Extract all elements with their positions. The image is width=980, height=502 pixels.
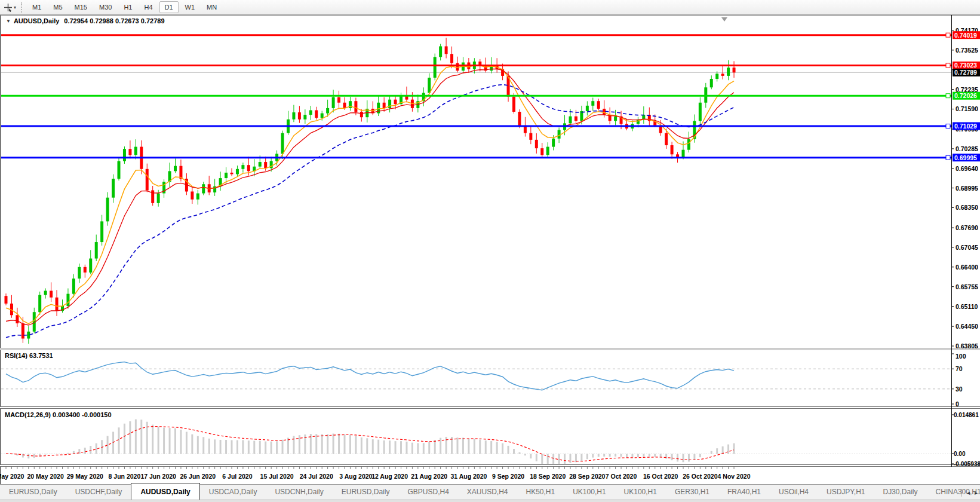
tab-uk100-h1[interactable]: UK100,H1 (615, 485, 666, 500)
chart-tab-bar: EURUSD,DailyUSDCHF,DailyAUDUSD,DailyUSDC… (0, 484, 980, 500)
date-label: 26 Jun 2020 (180, 473, 216, 480)
candle-up (292, 112, 295, 120)
ma-slow-line (6, 85, 734, 338)
candle-down (191, 191, 193, 199)
candle-down (575, 117, 577, 121)
tab-xauusd-h4[interactable]: XAUUSD,H4 (458, 485, 517, 500)
candle-up (591, 101, 594, 106)
candle-down (671, 145, 674, 154)
candle-up (546, 147, 549, 155)
rsi-line (6, 362, 734, 390)
date-label: 17 Jun 2020 (140, 473, 176, 480)
candle-up (569, 117, 572, 124)
timeframe-d1-button[interactable]: D1 (159, 1, 179, 13)
tab-usdjpy-h1[interactable]: USDJPY,H1 (818, 485, 874, 500)
candle-up (118, 161, 121, 179)
price-tick-label: 0.73525 (956, 47, 978, 54)
candle-up (66, 294, 69, 306)
price-tick-label: 0.71590 (956, 105, 978, 112)
candle-up (727, 68, 730, 76)
level-price-flag-text: 0.72026 (954, 92, 977, 99)
timeframe-m30-button[interactable]: M30 (94, 1, 117, 13)
candle-up (236, 169, 239, 175)
candle-down (540, 148, 543, 155)
rsi-panel: 10070300 (1, 353, 966, 408)
date-label: 21 Aug 2020 (411, 473, 447, 480)
tab-scroll-right-icon[interactable]: ▸ (975, 489, 978, 496)
candle-down (146, 169, 149, 191)
tab-ger30-h1[interactable]: GER30,H1 (666, 485, 718, 500)
macd-tick-label: 0.014861 (954, 412, 979, 418)
timeframe-m1-button[interactable]: M1 (27, 1, 47, 13)
candle-up (332, 97, 335, 108)
date-label: 4 Nov 2020 (718, 473, 751, 480)
tab-usoil-h4[interactable]: USOil,H4 (770, 485, 818, 500)
rsi-tick-label: 70 (956, 365, 963, 372)
chart-cursor-tool-button[interactable]: ▾ (0, 2, 19, 13)
candle-up (281, 133, 284, 154)
price-tick-label: 0.69640 (956, 165, 978, 172)
price-axis: 0.741700.735250.728800.722350.715900.709… (946, 15, 980, 467)
tab-hk50-h1[interactable]: HK50,H1 (517, 485, 564, 500)
candle-up (710, 79, 713, 87)
date-label: 29 May 2020 (67, 473, 103, 480)
tab-scroll-arrows: ◂▸ (961, 485, 978, 500)
timeframe-m15-button[interactable]: M15 (69, 1, 93, 13)
chart-dropdown-icon[interactable]: ▼ (6, 19, 11, 24)
tab-uk100-h1[interactable]: UK100,H1 (564, 485, 615, 500)
candle-up (326, 108, 329, 114)
candle-up (44, 291, 47, 295)
timeframe-w1-button[interactable]: W1 (180, 1, 201, 13)
tab-dj30-daily[interactable]: DJ30,Daily (874, 485, 927, 500)
level-line-handle[interactable] (946, 124, 950, 128)
tab-eurusd-daily[interactable]: EURUSD,Daily (333, 485, 399, 500)
chart-title: ▼AUDUSD,Daily0.72954 0.72988 0.72673 0.7… (6, 17, 165, 25)
candle-down (383, 103, 386, 108)
candle-down (21, 323, 24, 338)
candle-down (535, 140, 538, 148)
tab-fra40-h1[interactable]: FRA40,H1 (718, 485, 770, 500)
level-lines (1, 35, 951, 158)
tab-scroll-left-icon[interactable]: ◂ (967, 489, 970, 496)
tab-audusd-daily[interactable]: AUDUSD,Daily (131, 483, 199, 500)
tab-eurusd-daily[interactable]: EURUSD,Daily (0, 485, 66, 500)
candle-up (95, 242, 98, 259)
level-line-handle[interactable] (946, 33, 950, 37)
candle-up (687, 139, 690, 150)
candle-up (682, 150, 685, 158)
price-tick-label: 0.67045 (956, 244, 978, 251)
price-tick-label: 0.65755 (956, 283, 978, 290)
tab-gbpusd-h4[interactable]: GBPUSD,H4 (398, 485, 457, 500)
date-label: 9 Sep 2020 (492, 473, 524, 480)
candle-up (27, 332, 30, 339)
toolbar-grip[interactable] (21, 2, 23, 13)
timeframe-m5-button[interactable]: M5 (48, 1, 67, 13)
timeframe-mn-button[interactable]: MN (201, 1, 222, 13)
tab-usdcad-daily[interactable]: USDCAD,Daily (200, 485, 266, 500)
level-line-handle[interactable] (946, 63, 950, 68)
level-line-handle[interactable] (946, 94, 950, 98)
candle-down (179, 166, 182, 179)
candle-up (100, 221, 103, 242)
candle-up (174, 166, 177, 172)
candle-down (343, 103, 346, 108)
candle-up (112, 179, 115, 198)
date-axis: 11 May 202020 May 202029 May 20208 Jun 2… (0, 467, 751, 480)
candle-up (428, 78, 431, 93)
date-label: 24 Jul 2020 (300, 473, 333, 480)
timeframe-buttons: M1M5M15M30H1H4D1W1MN (27, 1, 222, 13)
timeframe-h1-button[interactable]: H1 (118, 1, 137, 13)
price-tick-label: 0.67690 (956, 224, 978, 231)
candle-down (665, 133, 668, 145)
candle-up (241, 165, 244, 169)
tab-usdchf-daily[interactable]: USDCHF,Daily (66, 485, 131, 500)
level-line-handle[interactable] (946, 155, 950, 160)
tab-usdcnh-daily[interactable]: USDCNH,Daily (266, 485, 332, 500)
chart-canvas[interactable]: 0.741700.735250.728800.722350.715900.709… (0, 0, 980, 502)
tool-dropdown-caret-icon[interactable]: ▾ (14, 5, 16, 10)
candle-down (512, 97, 515, 112)
timeframe-h4-button[interactable]: H4 (139, 1, 158, 13)
candle-up (134, 147, 137, 155)
candle-up (321, 114, 324, 118)
macd-signal-line (6, 427, 734, 461)
